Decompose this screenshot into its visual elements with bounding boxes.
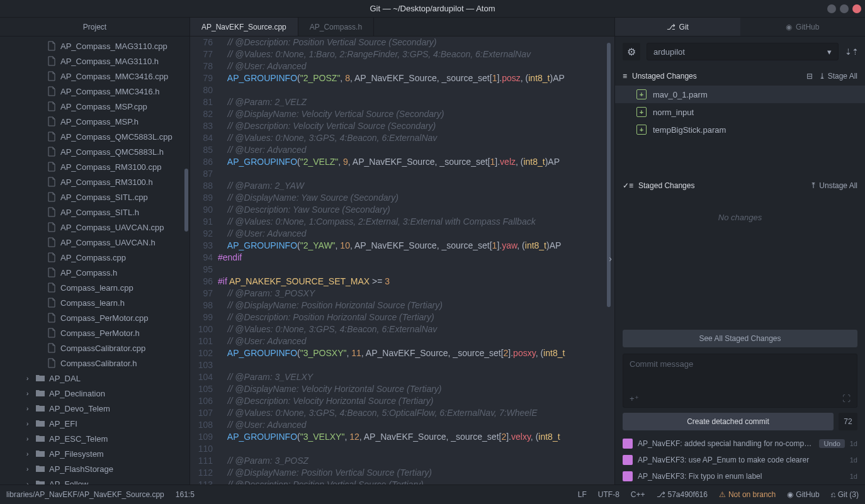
line-gutter: 7677787980818283848586878889909192939495… (190, 36, 218, 484)
tree-folder[interactable]: ›AP_Devo_Telem (0, 401, 189, 416)
tree-file[interactable]: AP_Compass_MMC3416.h (0, 84, 189, 99)
fetch-icon[interactable]: ⇣⇡ (845, 47, 857, 57)
folder-icon (35, 449, 45, 459)
tree-folder[interactable]: ›AP_Follow (0, 476, 189, 484)
unstage-all-button[interactable]: ⤒Unstage All (810, 181, 857, 190)
recent-commit[interactable]: AP_NavEKF: added special handling for no… (615, 435, 865, 452)
editor-body[interactable]: 7677787980818283848586878889909192939495… (190, 36, 614, 484)
tree-folder[interactable]: ›AP_Declination (0, 386, 189, 401)
undo-button[interactable]: Undo (819, 439, 844, 448)
tree-file[interactable]: AP_Compass_MSP.h (0, 114, 189, 129)
tab-github[interactable]: ◉GitHub (740, 18, 866, 36)
file-icon (47, 162, 57, 172)
editor-area: AP_NavEKF_Source.cppAP_Compass.h 7677787… (190, 18, 614, 484)
chevron-right-icon: › (26, 451, 33, 457)
file-icon (47, 267, 57, 277)
file-icon (47, 343, 57, 353)
tree-file[interactable]: AP_Compass_UAVCAN.cpp (0, 220, 189, 235)
recent-commit[interactable]: AP_NavEKF3: Fix typo in enum label1d (615, 468, 865, 484)
status-github[interactable]: ◉GitHub (787, 490, 819, 499)
window-controls (827, 4, 861, 13)
status-bar: libraries/AP_NavEKF/AP_NavEKF_Source.cpp… (0, 484, 865, 504)
tree-file[interactable]: AP_Compass.cpp (0, 250, 189, 265)
amend-icon[interactable]: +⁺ (630, 394, 639, 403)
chevron-right-icon: › (26, 435, 33, 442)
unstaged-item[interactable]: +tempBigStick.param (615, 121, 865, 138)
tree-file[interactable]: AP_Compass_SITL.h (0, 204, 189, 220)
status-encoding[interactable]: UTF-8 (598, 490, 619, 499)
commit-button[interactable]: Create detached commit (623, 413, 834, 430)
tree-file[interactable]: AP_Compass.h (0, 265, 189, 280)
status-cursor[interactable]: 161:5 (176, 490, 195, 499)
file-icon (47, 41, 57, 51)
file-tree[interactable]: AP_Compass_MAG3110.cppAP_Compass_MAG3110… (0, 36, 189, 484)
tree-file[interactable]: Compass_learn.h (0, 295, 189, 310)
tree-file[interactable]: CompassCalibrator.h (0, 356, 189, 371)
branch-select[interactable]: ardupilot▾ (647, 43, 839, 60)
status-path[interactable]: libraries/AP_NavEKF/AP_NavEKF_Source.cpp (6, 490, 164, 499)
code-content[interactable]: // @Description: Position Vertical Sourc… (218, 36, 614, 484)
maximize-button[interactable] (840, 4, 849, 13)
see-all-staged-button[interactable]: See All Staged Changes (623, 330, 857, 347)
add-badge-icon: + (636, 107, 647, 117)
chevron-right-icon: › (26, 481, 33, 485)
tree-folder[interactable]: ›AP_DAL (0, 371, 189, 386)
tree-file[interactable]: AP_Compass_MAG3110.cpp (0, 38, 189, 53)
file-icon (47, 71, 57, 81)
git-branch-icon: ⎇ (667, 23, 676, 31)
staged-header: ✓≡Staged Changes ⤒Unstage All (615, 176, 865, 195)
file-icon (47, 328, 57, 338)
tree-file[interactable]: AP_Compass_RM3100.cpp (0, 159, 189, 174)
chevron-right-icon: › (26, 466, 33, 473)
editor-tab[interactable]: AP_NavEKF_Source.cpp (190, 18, 298, 36)
stage-all-button[interactable]: ⤓Stage All (819, 72, 857, 81)
chevron-right-icon: › (26, 405, 33, 412)
file-icon (47, 132, 57, 142)
fold-chevron-icon[interactable]: › (609, 253, 612, 265)
collapse-icon[interactable]: ⊟ (806, 72, 813, 81)
commit-avatar (623, 471, 633, 481)
tree-file[interactable]: AP_Compass_RM3100.h (0, 174, 189, 189)
tree-file[interactable]: Compass_PerMotor.h (0, 325, 189, 340)
download-icon: ⤓ (819, 72, 825, 81)
status-language[interactable]: C++ (631, 490, 645, 499)
branch-row: ⚙ ardupilot▾ ⇣⇡ (615, 36, 865, 67)
editor-scrollbar[interactable] (607, 43, 611, 307)
unstaged-item[interactable]: +mav_0_1.parm (615, 86, 865, 103)
unstaged-item[interactable]: +norm_input (615, 103, 865, 121)
tree-folder[interactable]: ›AP_Filesystem (0, 446, 189, 461)
tree-folder[interactable]: ›AP_ESC_Telem (0, 431, 189, 446)
file-icon (47, 298, 57, 308)
tab-git[interactable]: ⎇Git (615, 18, 740, 36)
github-icon: ◉ (786, 23, 792, 31)
tree-file[interactable]: AP_Compass_QMC5883L.cpp (0, 129, 189, 144)
tree-file[interactable]: AP_Compass_MMC3416.cpp (0, 69, 189, 84)
minimize-button[interactable] (827, 4, 836, 13)
tree-file[interactable]: AP_Compass_SITL.cpp (0, 189, 189, 204)
tree-folder[interactable]: ›AP_EFI (0, 416, 189, 431)
close-button[interactable] (852, 4, 861, 13)
status-commit[interactable]: ⎇57a490f616 (657, 490, 708, 499)
editor-tab[interactable]: AP_Compass.h (298, 18, 374, 36)
tree-file[interactable]: Compass_PerMotor.cpp (0, 310, 189, 325)
tree-file[interactable]: Compass_learn.cpp (0, 280, 189, 295)
tree-file[interactable]: AP_Compass_QMC5883L.h (0, 144, 189, 159)
tree-scrollbar[interactable] (184, 169, 188, 232)
sidebar-title: Project (0, 18, 189, 36)
recent-commit[interactable]: AP_NavEKF3: use AP_Enum to make code cle… (615, 452, 865, 468)
chevron-down-icon: ▾ (827, 47, 832, 57)
folder-icon (35, 464, 45, 474)
project-sidebar: Project AP_Compass_MAG3110.cppAP_Compass… (0, 18, 190, 484)
tree-folder[interactable]: ›AP_FlashStorage (0, 461, 189, 476)
status-lf[interactable]: LF (578, 490, 587, 499)
file-icon (47, 147, 57, 157)
tree-file[interactable]: AP_Compass_UAVCAN.h (0, 235, 189, 250)
commit-message-input[interactable]: Commit message +⁺⛶ (623, 354, 857, 408)
tree-file[interactable]: AP_Compass_MAG3110.h (0, 53, 189, 69)
tree-file[interactable]: CompassCalibrator.cpp (0, 340, 189, 356)
unstaged-header: ≡Unstaged Changes ⊟ ⤓Stage All (615, 67, 865, 86)
tree-file[interactable]: AP_Compass_MSP.cpp (0, 99, 189, 114)
status-branch-warning[interactable]: ⚠Not on branch (719, 490, 776, 499)
status-git[interactable]: ⎌Git (3) (831, 490, 859, 499)
expand-icon[interactable]: ⛶ (842, 394, 851, 403)
